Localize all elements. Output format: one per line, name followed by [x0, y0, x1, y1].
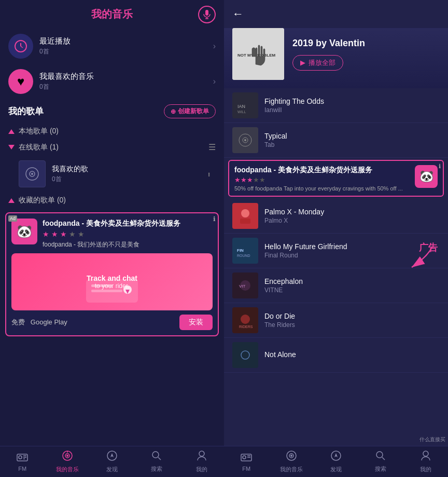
- favorites-row[interactable]: ♥ 我最喜欢的音乐 0首 ›: [0, 64, 224, 99]
- song-row[interactable]: Typical Tab: [224, 123, 448, 158]
- local-section[interactable]: 本地歌单 (0): [0, 124, 224, 139]
- svg-rect-40: [240, 219, 250, 224]
- song-artist: Final Round: [264, 252, 440, 259]
- right-ad-logo: 🐼: [415, 165, 438, 188]
- nav-fm[interactable]: FM: [0, 446, 45, 477]
- svg-point-48: [241, 315, 250, 324]
- right-header: ←: [224, 0, 448, 28]
- song-title: Palmo X - Monday: [264, 208, 440, 216]
- ad-free-text: 免费 Google Play: [11, 318, 67, 327]
- svg-rect-0: [205, 10, 208, 16]
- online-playlist-item[interactable]: 我喜欢的歌 0首 ···: [0, 155, 224, 193]
- ad-description: foodpanda - 我们外送的不只是美食: [43, 240, 213, 249]
- create-playlist-button[interactable]: ⊕ 创建新歌单: [164, 104, 216, 118]
- online-expand-icon: [8, 145, 15, 149]
- play-all-label: 播放全部: [309, 58, 335, 67]
- right-nav-discover-icon: [330, 450, 342, 464]
- ad-map-image: Track and chat to your rider.: [11, 253, 213, 310]
- album-cover: NOT MY PROBLEM: [232, 28, 284, 80]
- right-nav-music-icon: [286, 450, 297, 464]
- recent-arrow: ›: [213, 42, 216, 51]
- song-title: Fighting The Odds: [264, 97, 440, 105]
- right-bottom-nav: FM 我的音乐 发现: [224, 446, 448, 477]
- right-ad-description: 50% off foodpanda Tap into your everyday…: [234, 185, 410, 192]
- nav-search[interactable]: 搜索: [134, 446, 179, 477]
- right-nav-fm[interactable]: FM: [224, 446, 269, 477]
- online-playlist-thumb: [19, 160, 46, 187]
- online-section[interactable]: 在线歌单 (1) ☰: [0, 139, 224, 155]
- nav-profile[interactable]: 我的: [179, 446, 224, 477]
- recent-row[interactable]: 最近播放 0首 ›: [0, 29, 224, 64]
- nav-discover[interactable]: 发现: [90, 446, 134, 477]
- song-artist: The Riders: [264, 321, 440, 329]
- left-header: 我的音乐: [0, 0, 224, 29]
- nav-fm-icon: [17, 452, 28, 464]
- list-icon: ☰: [208, 142, 216, 152]
- ad-content: 🐼 foodpanda - 美食外卖及生鲜杂货外送服务 ★ ★ ★ ★ ★ fo…: [11, 219, 213, 249]
- svg-point-26: [152, 452, 159, 458]
- svg-point-16: [19, 456, 22, 459]
- svg-marker-61: [334, 453, 338, 457]
- ad-stars: ★ ★ ★ ★ ★: [43, 230, 213, 238]
- right-ad-info-icon[interactable]: ℹ: [439, 163, 441, 170]
- nav-my-music[interactable]: 我的音乐: [45, 446, 89, 477]
- right-nav-profile[interactable]: 我的: [403, 446, 448, 477]
- song-row[interactable]: Palmo X - Monday Palmo X: [224, 199, 448, 234]
- song-thumb: [232, 127, 258, 153]
- ad-install-button[interactable]: 安装: [179, 315, 213, 330]
- song-title: Hello My Future Girlfriend: [264, 242, 440, 251]
- svg-point-64: [423, 451, 428, 456]
- album-title: 2019 by Valentin: [292, 38, 440, 49]
- song-title: Typical: [264, 132, 440, 140]
- left-panel: 我的音乐 最近播放 0首 › ♥ 我最: [0, 0, 224, 477]
- right-nav-search-label: 搜索: [375, 465, 386, 473]
- star1: ★: [43, 230, 49, 238]
- song-artist: VITNE: [264, 287, 440, 294]
- left-ad-section[interactable]: Ad ℹ 🐼 foodpanda - 美食外卖及生鲜杂货外送服务 ★ ★ ★ ★…: [5, 212, 219, 336]
- song-thumb: [232, 203, 258, 229]
- song-row[interactable]: RIDERS Do or Die The Riders: [224, 303, 448, 338]
- online-playlist-name: 我喜欢的歌: [52, 165, 204, 174]
- svg-rect-11: [91, 284, 112, 287]
- page-title: 我的音乐: [91, 7, 133, 21]
- svg-point-9: [31, 173, 33, 175]
- song-row[interactable]: Not Alone: [224, 338, 448, 373]
- nav-search-label: 搜索: [151, 465, 162, 473]
- song-thumb: RIDERS: [232, 307, 258, 333]
- album-hero: NOT MY PROBLEM 2019 by Valentin ▶ 播放全部: [224, 28, 448, 88]
- song-artist: Ianwill: [264, 106, 440, 114]
- create-label: 创建新歌单: [178, 107, 209, 116]
- collected-section[interactable]: 收藏的歌单 (0): [0, 193, 224, 208]
- favorites-arrow: ›: [213, 77, 216, 86]
- favorites-count: 0首: [39, 83, 213, 91]
- nav-my-music-icon: [62, 450, 73, 464]
- right-ad-section[interactable]: ℹ foodpanda - 美食外卖及生鲜杂货外送服务 ★★★★★ 50% of…: [228, 160, 444, 197]
- song-row[interactable]: VIT Encephalon VITNE: [224, 268, 448, 303]
- back-button[interactable]: ←: [232, 7, 244, 21]
- ad-info-icon[interactable]: ℹ: [213, 215, 216, 223]
- svg-point-39: [241, 209, 249, 217]
- song-row[interactable]: IAN WILL Fighting The Odds Ianwill: [224, 88, 448, 123]
- right-nav-music[interactable]: 我的音乐: [269, 446, 313, 477]
- song-info: Hello My Future Girlfriend Final Round: [264, 242, 440, 259]
- song-info: Do or Die The Riders: [264, 312, 440, 329]
- more-options-icon[interactable]: ···: [204, 172, 216, 176]
- recent-name: 最近播放: [39, 36, 213, 46]
- right-nav-discover[interactable]: 发现: [314, 446, 358, 477]
- song-row[interactable]: FIN ROUND Hello My Future Girlfriend Fin…: [224, 234, 448, 268]
- left-bottom-nav: FM 我的音乐 发现: [0, 446, 224, 477]
- right-ad-stars: ★★★★★: [234, 176, 410, 184]
- svg-point-28: [199, 451, 204, 456]
- svg-text:ROUND: ROUND: [237, 254, 250, 257]
- right-nav-search[interactable]: 搜索: [358, 446, 403, 477]
- nav-profile-label: 我的: [196, 466, 207, 473]
- song-title: Encephalon: [264, 277, 440, 285]
- svg-point-22: [66, 455, 68, 457]
- song-info: Not Alone: [264, 350, 440, 360]
- mic-button[interactable]: [198, 6, 216, 23]
- play-all-button[interactable]: ▶ 播放全部: [292, 55, 343, 71]
- star2: ★: [51, 230, 58, 238]
- song-info: Palmo X - Monday Palmo X: [264, 208, 440, 224]
- svg-line-63: [382, 457, 385, 460]
- svg-text:WILL: WILL: [237, 110, 246, 114]
